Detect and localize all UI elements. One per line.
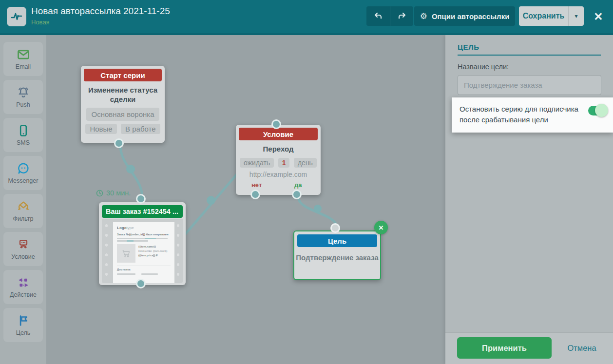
condition-icon	[17, 238, 30, 251]
connector-condition-yes-output[interactable]	[292, 190, 302, 199]
node-goal[interactable]: Цель Подтверждение заказа	[293, 230, 381, 280]
preview-cart-image	[117, 244, 135, 263]
stop-series-card: Остановить серию для подписчика после ср…	[452, 97, 613, 133]
bell-icon	[17, 86, 30, 99]
connector-start-output[interactable]	[114, 138, 124, 148]
preview-item-name: {{item.name}}	[138, 245, 171, 248]
sidebar-item-action[interactable]: Действие	[3, 270, 43, 304]
branch-yes-label: да	[294, 181, 302, 189]
wait-value-pill[interactable]: 1	[278, 158, 290, 168]
preview-dots	[104, 221, 109, 281]
action-icon	[17, 276, 30, 289]
stop-series-toggle[interactable]	[588, 106, 607, 115]
sidebar-item-label: Email	[16, 63, 31, 70]
panel-title-rule	[458, 55, 601, 56]
gear-icon: ⚙	[420, 11, 427, 21]
redo-icon	[397, 11, 407, 21]
status-pill: В работе	[121, 124, 160, 134]
connector-condition-no-output[interactable]	[250, 190, 260, 199]
branch-no-label: нет	[251, 181, 262, 189]
toggle-knob	[595, 104, 608, 117]
block-palette-sidebar: Email Push SMS Messenger	[0, 35, 46, 364]
goal-settings-panel: ЦЕЛЬ Название цели: Остановить серию для…	[445, 35, 613, 364]
wait-label-pill: ожидать	[240, 158, 274, 168]
undo-button[interactable]	[366, 6, 390, 26]
email-icon	[17, 48, 30, 61]
sidebar-item-filter[interactable]: Фильтр	[3, 194, 43, 228]
node-condition-header[interactable]: Условие	[239, 128, 318, 140]
messenger-icon	[17, 162, 30, 175]
sidebar-item-sms[interactable]: SMS	[3, 118, 43, 152]
sidebar-item-messenger[interactable]: Messenger	[3, 156, 43, 190]
connector-email-output[interactable]	[136, 279, 146, 288]
preview-dots	[176, 221, 180, 281]
sidebar-item-label: Действие	[10, 291, 37, 298]
automation-options-label: Опции авторассылки	[432, 12, 510, 20]
stop-series-label: Остановить серию для подписчика после ср…	[460, 104, 581, 125]
preview-delivery-label: Доставка	[117, 268, 171, 271]
app-logo	[7, 7, 26, 26]
wait-unit-pill: день	[294, 158, 317, 168]
close-editor-button[interactable]: ✕	[591, 9, 606, 24]
goal-name-label: Название цели:	[458, 63, 509, 71]
preview-item-count: Количество: {{item.count}}	[138, 249, 171, 252]
connector-email-input[interactable]	[136, 194, 146, 204]
node-series-start-header[interactable]: Старт серии	[84, 69, 162, 81]
filter-icon	[17, 200, 30, 213]
node-series-start[interactable]: Старт серии Изменение статуса сделки Осн…	[81, 66, 165, 143]
goal-remove-button[interactable]: ✕	[374, 221, 388, 234]
save-dropdown-button[interactable]: ▾	[568, 6, 584, 26]
email-preview-thumbnail[interactable]: Logotype Заказ №{{order_id}} был отправл…	[102, 219, 183, 283]
panel-title: ЦЕЛЬ	[458, 43, 479, 51]
node-email[interactable]: Ваш заказ #152454 ... Logotype Заказ №{{…	[99, 202, 186, 285]
sidebar-item-condition[interactable]: Условие	[3, 232, 43, 266]
automation-options-button[interactable]: ⚙ Опции авторассылки	[414, 6, 515, 26]
sidebar-item-label: Условие	[11, 253, 35, 260]
pulse-icon	[10, 10, 23, 23]
apply-button[interactable]: Применить	[457, 337, 552, 359]
smartphone-icon	[17, 124, 30, 137]
node-goal-header[interactable]: Цель	[297, 234, 377, 247]
page-title: Новая авторассылка 2021-11-25	[31, 6, 170, 17]
node-email-header[interactable]: Ваш заказ #152454 ...	[102, 205, 183, 218]
sidebar-item-label: Фильтр	[13, 215, 34, 222]
sidebar-item-email[interactable]: Email	[3, 42, 43, 76]
clock-icon	[96, 190, 103, 197]
delay-label-text: 30 мин.	[106, 189, 131, 197]
email-preview-page: Logotype Заказ №{{order_id}} был отправл…	[113, 222, 174, 283]
save-button[interactable]: Сохранить	[519, 6, 568, 26]
undo-icon	[373, 11, 383, 21]
header-bar: Новая авторассылка 2021-11-25 Новая ⚙ Оп…	[0, 0, 613, 33]
funnel-pill: Основная воронка	[86, 108, 159, 121]
node-series-start-title: Изменение статуса сделки	[81, 86, 165, 104]
node-condition[interactable]: Условие Переход ожидать 1 день http://ex…	[236, 125, 321, 195]
redo-button[interactable]	[390, 6, 413, 26]
preview-subject: Заказ №{{order_id}} был отправлен	[117, 233, 171, 236]
delay-label: 30 мин.	[96, 189, 131, 197]
goal-name-input[interactable]	[458, 75, 601, 95]
status-pill: Новые	[85, 124, 116, 134]
sidebar-item-label: Цель	[16, 329, 31, 336]
header-accent-strip	[0, 33, 613, 35]
save-split-button: Сохранить ▾	[519, 6, 584, 26]
undo-redo-group	[366, 6, 413, 26]
goal-flag-icon	[17, 314, 30, 327]
sidebar-item-goal[interactable]: Цель	[3, 308, 43, 342]
page-subtitle: Новая	[31, 19, 50, 26]
remove-x-icon: ✕	[379, 224, 384, 231]
sidebar-item-label: Push	[16, 101, 30, 108]
node-goal-title: Подтверждение заказа	[294, 253, 380, 263]
close-icon: ✕	[594, 10, 603, 23]
chevron-down-icon: ▾	[575, 13, 577, 19]
cancel-button[interactable]: Отмена	[561, 337, 602, 359]
preview-logo-bold: Logo	[117, 226, 127, 230]
preview-logo-light: type	[127, 226, 134, 230]
sidebar-item-push[interactable]: Push	[3, 80, 43, 114]
connector-condition-input[interactable]	[271, 119, 281, 129]
sidebar-item-label: Messenger	[8, 177, 38, 184]
connector-goal-input[interactable]	[330, 223, 340, 233]
panel-footer: Применить Отмена	[445, 332, 613, 364]
preview-item-price: {{item.price}} ₽	[138, 254, 171, 257]
condition-url: http://example.com	[236, 171, 321, 178]
cart-icon	[121, 248, 132, 259]
